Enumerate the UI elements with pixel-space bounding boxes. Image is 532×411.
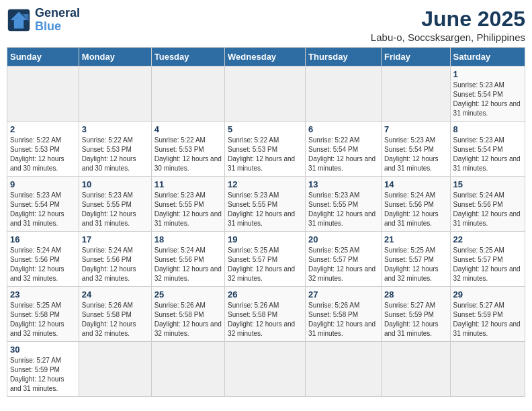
day-number: 29 [453, 289, 522, 300]
day-info: Sunrise: 5:25 AMSunset: 5:57 PMDaylight:… [453, 246, 522, 283]
day-info: Sunrise: 5:27 AMSunset: 5:59 PMDaylight:… [453, 301, 522, 338]
page-header: General Blue June 2025 Labu-o, Soccsksar… [7, 7, 525, 43]
day-info: Sunrise: 5:25 AMSunset: 5:57 PMDaylight:… [228, 246, 302, 283]
day-info: Sunrise: 5:25 AMSunset: 5:57 PMDaylight:… [308, 246, 378, 283]
header-wednesday: Wednesday [225, 48, 306, 66]
calendar-cell: 7Sunrise: 5:23 AMSunset: 5:54 PMDaylight… [381, 122, 450, 177]
day-number: 11 [154, 179, 222, 189]
day-info: Sunrise: 5:27 AMSunset: 5:59 PMDaylight:… [10, 356, 76, 394]
calendar-cell: 10Sunrise: 5:23 AMSunset: 5:55 PMDayligh… [79, 177, 151, 232]
day-info: Sunrise: 5:23 AMSunset: 5:55 PMDaylight:… [82, 191, 148, 228]
calendar-cell: 4Sunrise: 5:22 AMSunset: 5:53 PMDaylight… [151, 122, 224, 177]
calendar-week-row: 30Sunrise: 5:27 AMSunset: 5:59 PMDayligh… [7, 342, 525, 397]
day-info: Sunrise: 5:24 AMSunset: 5:56 PMDaylight:… [82, 246, 148, 283]
day-info: Sunrise: 5:24 AMSunset: 5:56 PMDaylight:… [10, 246, 76, 283]
calendar-week-row: 1Sunrise: 5:23 AMSunset: 5:54 PMDaylight… [7, 66, 525, 122]
day-number: 18 [154, 234, 222, 244]
day-info: Sunrise: 5:24 AMSunset: 5:56 PMDaylight:… [384, 191, 447, 228]
calendar-cell: 15Sunrise: 5:24 AMSunset: 5:56 PMDayligh… [450, 177, 525, 232]
title-block: June 2025 Labu-o, Soccsksargen, Philippi… [371, 7, 525, 43]
calendar-cell: 23Sunrise: 5:25 AMSunset: 5:58 PMDayligh… [7, 287, 79, 342]
day-info: Sunrise: 5:26 AMSunset: 5:58 PMDaylight:… [154, 301, 222, 338]
day-info: Sunrise: 5:22 AMSunset: 5:53 PMDaylight:… [10, 136, 76, 173]
calendar-cell [306, 66, 382, 122]
day-number: 2 [10, 124, 76, 134]
calendar-cell [79, 66, 151, 122]
main-title: June 2025 [371, 7, 525, 32]
day-info: Sunrise: 5:22 AMSunset: 5:54 PMDaylight:… [308, 136, 378, 173]
day-number: 6 [308, 124, 378, 134]
logo: General Blue [7, 7, 80, 34]
subtitle: Labu-o, Soccsksargen, Philippines [371, 32, 525, 43]
day-number: 1 [453, 69, 522, 79]
day-number: 5 [228, 124, 302, 134]
calendar-cell [381, 66, 450, 122]
calendar-cell [151, 342, 224, 397]
day-number: 10 [82, 179, 148, 189]
day-number: 17 [82, 234, 148, 244]
calendar-week-row: 16Sunrise: 5:24 AMSunset: 5:56 PMDayligh… [7, 232, 525, 287]
day-info: Sunrise: 5:25 AMSunset: 5:58 PMDaylight:… [10, 301, 76, 338]
calendar-cell: 8Sunrise: 5:23 AMSunset: 5:54 PMDaylight… [450, 122, 525, 177]
calendar-cell: 28Sunrise: 5:27 AMSunset: 5:59 PMDayligh… [381, 287, 450, 342]
day-number: 22 [453, 234, 522, 244]
day-number: 3 [82, 124, 148, 134]
day-info: Sunrise: 5:23 AMSunset: 5:55 PMDaylight:… [308, 191, 378, 228]
day-number: 15 [453, 179, 522, 189]
day-number: 25 [154, 289, 222, 300]
day-info: Sunrise: 5:24 AMSunset: 5:56 PMDaylight:… [453, 191, 522, 228]
calendar-cell: 14Sunrise: 5:24 AMSunset: 5:56 PMDayligh… [381, 177, 450, 232]
calendar-cell: 25Sunrise: 5:26 AMSunset: 5:58 PMDayligh… [151, 287, 224, 342]
calendar-week-row: 2Sunrise: 5:22 AMSunset: 5:53 PMDaylight… [7, 122, 525, 177]
calendar-cell: 13Sunrise: 5:23 AMSunset: 5:55 PMDayligh… [306, 177, 382, 232]
calendar-cell [225, 66, 306, 122]
day-number: 24 [82, 289, 148, 300]
day-number: 30 [10, 345, 76, 355]
day-info: Sunrise: 5:23 AMSunset: 5:55 PMDaylight:… [154, 191, 222, 228]
day-number: 19 [228, 234, 302, 244]
day-info: Sunrise: 5:23 AMSunset: 5:54 PMDaylight:… [453, 81, 522, 118]
calendar-cell [7, 66, 79, 122]
day-info: Sunrise: 5:23 AMSunset: 5:55 PMDaylight:… [228, 191, 302, 228]
day-number: 21 [384, 234, 447, 244]
day-number: 27 [308, 289, 378, 300]
day-info: Sunrise: 5:23 AMSunset: 5:54 PMDaylight:… [10, 191, 76, 228]
day-number: 9 [10, 179, 76, 189]
calendar-cell: 16Sunrise: 5:24 AMSunset: 5:56 PMDayligh… [7, 232, 79, 287]
calendar-cell: 26Sunrise: 5:26 AMSunset: 5:58 PMDayligh… [225, 287, 306, 342]
calendar-cell [306, 342, 382, 397]
day-number: 7 [384, 124, 447, 134]
calendar-cell: 20Sunrise: 5:25 AMSunset: 5:57 PMDayligh… [306, 232, 382, 287]
calendar-cell: 27Sunrise: 5:26 AMSunset: 5:58 PMDayligh… [306, 287, 382, 342]
calendar-cell [450, 342, 525, 397]
calendar-cell: 17Sunrise: 5:24 AMSunset: 5:56 PMDayligh… [79, 232, 151, 287]
calendar-cell: 19Sunrise: 5:25 AMSunset: 5:57 PMDayligh… [225, 232, 306, 287]
calendar-cell: 9Sunrise: 5:23 AMSunset: 5:54 PMDaylight… [7, 177, 79, 232]
day-number: 16 [10, 234, 76, 244]
day-number: 14 [384, 179, 447, 189]
day-info: Sunrise: 5:23 AMSunset: 5:54 PMDaylight:… [453, 136, 522, 173]
day-number: 28 [384, 289, 447, 300]
day-info: Sunrise: 5:27 AMSunset: 5:59 PMDaylight:… [384, 301, 447, 338]
day-number: 13 [308, 179, 378, 189]
logo-icon [7, 8, 31, 32]
calendar-cell: 29Sunrise: 5:27 AMSunset: 5:59 PMDayligh… [450, 287, 525, 342]
day-info: Sunrise: 5:22 AMSunset: 5:53 PMDaylight:… [228, 136, 302, 173]
calendar-header-row: Sunday Monday Tuesday Wednesday Thursday… [7, 48, 525, 66]
calendar-cell: 2Sunrise: 5:22 AMSunset: 5:53 PMDaylight… [7, 122, 79, 177]
calendar-cell [381, 342, 450, 397]
calendar-cell: 5Sunrise: 5:22 AMSunset: 5:53 PMDaylight… [225, 122, 306, 177]
day-number: 8 [453, 124, 522, 134]
calendar-cell: 18Sunrise: 5:24 AMSunset: 5:56 PMDayligh… [151, 232, 224, 287]
calendar-week-row: 9Sunrise: 5:23 AMSunset: 5:54 PMDaylight… [7, 177, 525, 232]
day-info: Sunrise: 5:26 AMSunset: 5:58 PMDaylight:… [82, 301, 148, 338]
calendar-cell: 22Sunrise: 5:25 AMSunset: 5:57 PMDayligh… [450, 232, 525, 287]
calendar-cell: 30Sunrise: 5:27 AMSunset: 5:59 PMDayligh… [7, 342, 79, 397]
calendar-cell: 3Sunrise: 5:22 AMSunset: 5:53 PMDaylight… [79, 122, 151, 177]
header-sunday: Sunday [7, 48, 79, 66]
header-saturday: Saturday [450, 48, 525, 66]
calendar-week-row: 23Sunrise: 5:25 AMSunset: 5:58 PMDayligh… [7, 287, 525, 342]
calendar-cell [79, 342, 151, 397]
day-info: Sunrise: 5:22 AMSunset: 5:53 PMDaylight:… [82, 136, 148, 173]
day-number: 23 [10, 289, 76, 300]
